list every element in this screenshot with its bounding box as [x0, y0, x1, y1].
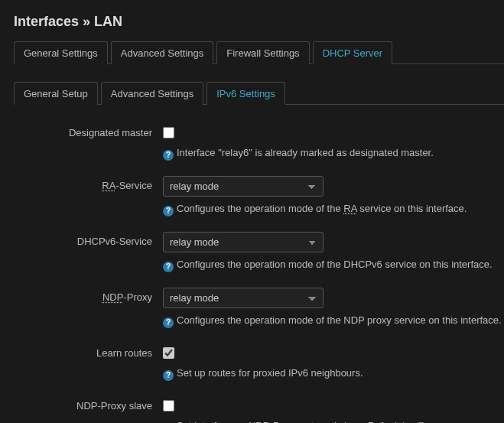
tab-firewall-settings[interactable]: Firewall Settings [216, 41, 309, 64]
label-ndp-proxy-slave: NDP-Proxy slave [14, 396, 163, 412]
row-designated-master: Designated master ?Interface "relay6" is… [14, 123, 504, 161]
label-ra-post: -Service [115, 180, 152, 191]
hint-ra-pre: Configures the operation mode of the [177, 203, 343, 214]
hint-ra-abbr: RA [343, 203, 356, 214]
hint-text-learn-routes: Set up routes for proxied IPv6 neighbour… [177, 367, 363, 379]
hint-ra-post: service on this interface. [357, 203, 467, 214]
label-ndp-proxy: NDP-Proxy [14, 288, 163, 303]
row-ra-service: RA-Service relay mode ?Configures the op… [14, 176, 504, 216]
hint-ra-service: ?Configures the operation mode of the RA… [163, 203, 504, 216]
checkbox-learn-routes[interactable] [163, 347, 174, 359]
subtab-ipv6-settings[interactable]: IPv6 Settings [206, 82, 285, 105]
abbr-ra: RA [102, 180, 115, 191]
hint-learn-routes: ?Set up routes for proxied IPv6 neighbou… [163, 367, 504, 381]
hint-ndp-proxy-slave: ?Set interface as NDP-Proxy external sla… [163, 420, 504, 423]
info-icon: ? [163, 370, 174, 381]
hint-dhcpv6-service: ?Configures the operation mode of the DH… [163, 259, 504, 272]
hint-text-ndp: Configures the operation mode of the NDP… [177, 314, 502, 326]
label-designated-master: Designated master [14, 123, 163, 138]
label-dhcpv6-service: DHCPv6-Service [14, 232, 163, 247]
label-learn-routes: Learn routes [14, 343, 163, 359]
tab-advanced-settings[interactable]: Advanced Settings [111, 41, 213, 64]
abbr-ndp: NDP [102, 291, 123, 303]
info-icon: ? [163, 317, 174, 328]
select-dhcpv6-service[interactable]: relay mode [163, 232, 324, 252]
checkbox-ndp-proxy-slave[interactable] [163, 400, 174, 412]
label-ndp-post: -Proxy [123, 291, 152, 303]
tab-dhcp-server[interactable]: DHCP Server [313, 41, 393, 64]
hint-text-designated-master: Interface "relay6" is already marked as … [177, 147, 434, 158]
row-ndp-proxy: NDP-Proxy relay mode ?Configures the ope… [14, 288, 504, 328]
select-ra-service[interactable]: relay mode [163, 176, 324, 197]
checkbox-designated-master[interactable] [163, 127, 174, 138]
page-title: Interfaces » LAN [14, 14, 504, 30]
info-icon: ? [163, 206, 174, 216]
secondary-tabbar: General Setup Advanced Settings IPv6 Set… [14, 81, 504, 105]
row-learn-routes: Learn routes ?Set up routes for proxied … [14, 343, 504, 381]
subtab-general-setup[interactable]: General Setup [14, 82, 98, 105]
hint-text-ndp-slave: Set interface as NDP-Proxy external slav… [177, 420, 426, 423]
info-icon: ? [163, 150, 174, 161]
info-icon: ? [163, 262, 174, 272]
subtab-advanced-settings[interactable]: Advanced Settings [101, 82, 203, 105]
label-ra-service: RA-Service [14, 176, 163, 191]
hint-text-dhcpv6: Configures the operation mode of the DHC… [177, 259, 493, 270]
tab-general-settings[interactable]: General Settings [14, 41, 108, 64]
hint-ndp-proxy: ?Configures the operation mode of the ND… [163, 314, 504, 328]
row-dhcpv6-service: DHCPv6-Service relay mode ?Configures th… [14, 232, 504, 272]
primary-tabbar: General Settings Advanced Settings Firew… [14, 41, 504, 64]
row-ndp-proxy-slave: NDP-Proxy slave ?Set interface as NDP-Pr… [14, 396, 504, 423]
select-ndp-proxy[interactable]: relay mode [163, 288, 324, 308]
hint-designated-master: ?Interface "relay6" is already marked as… [163, 147, 504, 161]
form-area: Designated master ?Interface "relay6" is… [14, 123, 504, 423]
